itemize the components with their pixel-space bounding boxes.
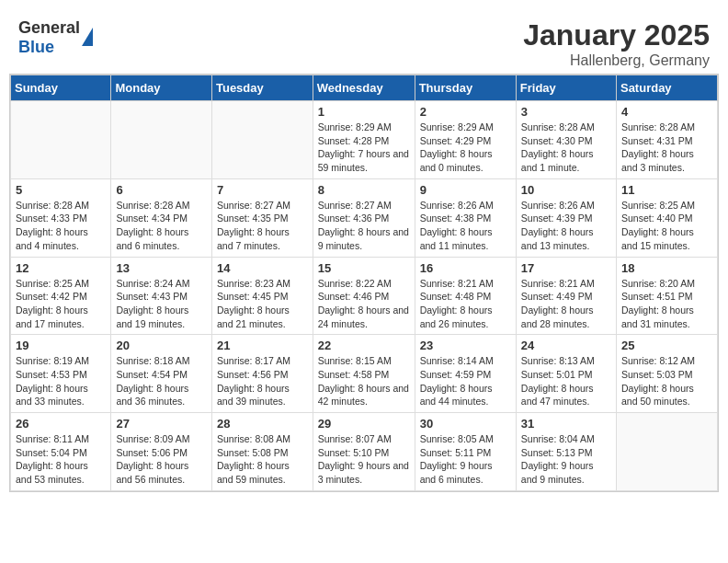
sunset-text: Sunset: 4:54 PM xyxy=(116,369,188,380)
daylight-text: Daylight: 8 hours and 3 minutes. xyxy=(621,148,694,173)
day-number: 20 xyxy=(116,339,207,352)
day-number: 19 xyxy=(16,339,106,352)
daylight-text: Daylight: 8 hours and 19 minutes. xyxy=(116,304,188,329)
day-number: 14 xyxy=(217,261,308,275)
sunset-text: Sunset: 4:49 PM xyxy=(521,291,593,302)
daylight-text: Daylight: 7 hours and 59 minutes. xyxy=(318,148,409,173)
sunrise-text: Sunrise: 8:26 AM xyxy=(420,200,494,211)
daylight-text: Daylight: 8 hours and 31 minutes. xyxy=(621,304,694,329)
day-number: 15 xyxy=(318,261,410,275)
day-number: 7 xyxy=(217,183,308,197)
calendar-cell xyxy=(111,101,212,179)
sunrise-text: Sunrise: 8:28 AM xyxy=(621,121,695,132)
day-number: 9 xyxy=(420,183,511,197)
calendar-cell: 29Sunrise: 8:07 AMSunset: 5:10 PMDayligh… xyxy=(313,413,415,491)
day-info: Sunrise: 8:14 AMSunset: 4:59 PMDaylight:… xyxy=(420,354,511,408)
day-info: Sunrise: 8:19 AMSunset: 4:53 PMDaylight:… xyxy=(16,354,106,408)
daylight-text: Daylight: 8 hours and 42 minutes. xyxy=(318,383,409,408)
sunrise-text: Sunrise: 8:29 AM xyxy=(420,121,494,132)
daylight-text: Daylight: 8 hours and 24 minutes. xyxy=(318,304,409,329)
calendar-cell xyxy=(616,413,717,491)
sunset-text: Sunset: 4:58 PM xyxy=(318,369,390,380)
day-number: 5 xyxy=(16,183,106,197)
day-info: Sunrise: 8:27 AMSunset: 4:35 PMDaylight:… xyxy=(217,199,308,253)
calendar-cell: 5Sunrise: 8:28 AMSunset: 4:33 PMDaylight… xyxy=(11,178,111,257)
day-number: 17 xyxy=(521,261,611,275)
sunset-text: Sunset: 4:59 PM xyxy=(420,369,492,380)
day-number: 11 xyxy=(621,183,712,197)
sunset-text: Sunset: 4:31 PM xyxy=(621,135,693,146)
calendar-cell: 19Sunrise: 8:19 AMSunset: 4:53 PMDayligh… xyxy=(11,335,111,413)
sunset-text: Sunset: 4:56 PM xyxy=(217,369,289,380)
calendar-cell: 11Sunrise: 8:25 AMSunset: 4:40 PMDayligh… xyxy=(616,178,717,257)
day-info: Sunrise: 8:28 AMSunset: 4:31 PMDaylight:… xyxy=(621,121,712,175)
calendar-cell: 26Sunrise: 8:11 AMSunset: 5:04 PMDayligh… xyxy=(11,413,111,491)
day-info: Sunrise: 8:26 AMSunset: 4:38 PMDaylight:… xyxy=(420,199,511,253)
day-number: 23 xyxy=(420,339,511,352)
daylight-text: Daylight: 8 hours and 59 minutes. xyxy=(217,460,290,485)
day-info: Sunrise: 8:23 AMSunset: 4:45 PMDaylight:… xyxy=(217,277,308,331)
day-info: Sunrise: 8:22 AMSunset: 4:46 PMDaylight:… xyxy=(318,277,410,331)
day-info: Sunrise: 8:24 AMSunset: 4:43 PMDaylight:… xyxy=(116,277,207,331)
day-info: Sunrise: 8:21 AMSunset: 4:48 PMDaylight:… xyxy=(420,277,511,331)
title-area: January 2025 Hallenberg, Germany xyxy=(523,18,710,69)
header-wednesday: Wednesday xyxy=(313,75,415,101)
day-number: 13 xyxy=(116,261,207,275)
day-number: 1 xyxy=(318,105,410,119)
daylight-text: Daylight: 8 hours and 28 minutes. xyxy=(521,304,594,329)
daylight-text: Daylight: 8 hours and 26 minutes. xyxy=(420,304,493,329)
sunset-text: Sunset: 4:45 PM xyxy=(217,291,289,302)
sunrise-text: Sunrise: 8:24 AM xyxy=(116,278,189,289)
calendar-cell: 27Sunrise: 8:09 AMSunset: 5:06 PMDayligh… xyxy=(111,413,212,491)
logo-text: General Blue xyxy=(18,18,80,57)
calendar-cell: 16Sunrise: 8:21 AMSunset: 4:48 PMDayligh… xyxy=(415,257,516,335)
logo-triangle-icon xyxy=(82,28,93,46)
sunrise-text: Sunrise: 8:07 AM xyxy=(318,433,392,444)
sunset-text: Sunset: 4:35 PM xyxy=(217,213,289,224)
day-number: 29 xyxy=(318,417,410,431)
logo: General Blue xyxy=(18,18,93,57)
calendar-cell: 31Sunrise: 8:04 AMSunset: 5:13 PMDayligh… xyxy=(516,413,616,491)
day-info: Sunrise: 8:29 AMSunset: 4:29 PMDaylight:… xyxy=(420,121,511,175)
sunset-text: Sunset: 5:01 PM xyxy=(521,369,593,380)
calendar-cell: 2Sunrise: 8:29 AMSunset: 4:29 PMDaylight… xyxy=(415,101,516,179)
day-number: 22 xyxy=(318,339,410,352)
calendar-cell xyxy=(11,101,111,179)
day-number: 18 xyxy=(621,261,712,275)
day-number: 30 xyxy=(420,417,511,431)
calendar-cell: 28Sunrise: 8:08 AMSunset: 5:08 PMDayligh… xyxy=(211,413,313,491)
day-number: 25 xyxy=(621,339,712,352)
sunrise-text: Sunrise: 8:04 AM xyxy=(521,433,595,444)
sunrise-text: Sunrise: 8:21 AM xyxy=(521,278,595,289)
header-tuesday: Tuesday xyxy=(211,75,313,101)
daylight-text: Daylight: 8 hours and 21 minutes. xyxy=(217,304,290,329)
sunrise-text: Sunrise: 8:29 AM xyxy=(318,121,392,132)
sunset-text: Sunset: 4:30 PM xyxy=(521,135,593,146)
sunrise-text: Sunrise: 8:20 AM xyxy=(621,278,695,289)
sunrise-text: Sunrise: 8:21 AM xyxy=(420,278,494,289)
day-info: Sunrise: 8:07 AMSunset: 5:10 PMDaylight:… xyxy=(318,432,410,487)
daylight-text: Daylight: 8 hours and 0 minutes. xyxy=(420,148,493,173)
daylight-text: Daylight: 8 hours and 44 minutes. xyxy=(420,383,493,408)
day-number: 3 xyxy=(521,105,611,119)
day-info: Sunrise: 8:17 AMSunset: 4:56 PMDaylight:… xyxy=(217,354,308,408)
day-info: Sunrise: 8:12 AMSunset: 5:03 PMDaylight:… xyxy=(621,354,712,408)
day-number: 27 xyxy=(116,417,207,431)
day-info: Sunrise: 8:27 AMSunset: 4:36 PMDaylight:… xyxy=(318,199,410,253)
day-info: Sunrise: 8:13 AMSunset: 5:01 PMDaylight:… xyxy=(521,354,611,408)
sunrise-text: Sunrise: 8:17 AM xyxy=(217,355,290,366)
day-info: Sunrise: 8:28 AMSunset: 4:34 PMDaylight:… xyxy=(116,199,207,253)
day-info: Sunrise: 8:28 AMSunset: 4:30 PMDaylight:… xyxy=(521,121,611,175)
sunset-text: Sunset: 4:48 PM xyxy=(420,291,492,302)
daylight-text: Daylight: 8 hours and 50 minutes. xyxy=(621,383,694,408)
day-info: Sunrise: 8:04 AMSunset: 5:13 PMDaylight:… xyxy=(521,432,611,487)
calendar-cell: 13Sunrise: 8:24 AMSunset: 4:43 PMDayligh… xyxy=(111,257,212,335)
sunrise-text: Sunrise: 8:28 AM xyxy=(116,200,189,211)
daylight-text: Daylight: 9 hours and 9 minutes. xyxy=(521,460,594,485)
calendar-cell: 14Sunrise: 8:23 AMSunset: 4:45 PMDayligh… xyxy=(211,257,313,335)
daylight-text: Daylight: 8 hours and 17 minutes. xyxy=(16,304,88,329)
calendar-cell: 18Sunrise: 8:20 AMSunset: 4:51 PMDayligh… xyxy=(616,257,717,335)
calendar-week-row: 12Sunrise: 8:25 AMSunset: 4:42 PMDayligh… xyxy=(11,257,718,335)
day-number: 26 xyxy=(16,417,106,431)
sunset-text: Sunset: 5:04 PM xyxy=(16,447,87,458)
